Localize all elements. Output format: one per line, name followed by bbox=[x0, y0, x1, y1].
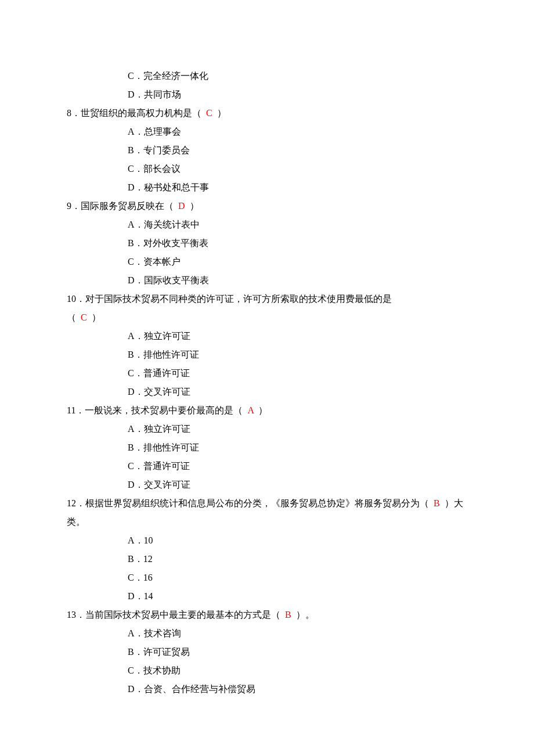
option-text: 交叉许可证 bbox=[144, 387, 190, 397]
option-line: C．16 bbox=[67, 568, 467, 587]
option-text: 交叉许可证 bbox=[144, 480, 190, 489]
option-text: 普通许可证 bbox=[143, 461, 190, 471]
option-label: B． bbox=[128, 238, 143, 248]
option-line: A．独立许可证 bbox=[67, 327, 467, 345]
close-paren: ） bbox=[440, 498, 454, 508]
option-line: B．12 bbox=[67, 550, 467, 568]
option-label: D． bbox=[128, 89, 144, 99]
option-line: D．秘书处和总干事 bbox=[67, 178, 467, 197]
question-number: 12． bbox=[67, 498, 85, 508]
option-line: B．专门委员会 bbox=[67, 141, 467, 160]
option-line: A．10 bbox=[67, 531, 467, 550]
option-label: C． bbox=[128, 665, 143, 675]
answer: A bbox=[247, 405, 254, 415]
question-number: 13． bbox=[67, 610, 85, 620]
question-stem: 对于国际技术贸易不同种类的许可证，许可方所索取的技术使用费最低的是 bbox=[85, 294, 392, 304]
option-line: C．普通许可证 bbox=[67, 364, 467, 383]
open-paren: （ bbox=[233, 405, 247, 415]
option-line: C．部长会议 bbox=[67, 160, 467, 178]
option-label: C． bbox=[128, 257, 143, 267]
question-stem-post: 。 bbox=[305, 610, 315, 620]
option-text: 14 bbox=[144, 591, 153, 601]
option-text: 排他性许可证 bbox=[143, 350, 199, 359]
option-line: C．技术协助 bbox=[67, 661, 467, 680]
option-text: 12 bbox=[143, 554, 153, 564]
option-label: A． bbox=[128, 331, 144, 341]
close-paren: ） bbox=[254, 405, 268, 415]
option-text: 许可证贸易 bbox=[143, 647, 190, 657]
option-line: C．资本帐户 bbox=[67, 253, 467, 271]
option-text: 排他性许可证 bbox=[143, 442, 199, 452]
option-label: D． bbox=[128, 387, 144, 397]
option-text: 16 bbox=[143, 573, 153, 582]
question-number: 10． bbox=[67, 294, 85, 304]
question-number: 11． bbox=[67, 405, 85, 415]
close-paren: ） bbox=[291, 610, 305, 620]
option-text: 专门委员会 bbox=[143, 145, 190, 155]
option-line: A．海关统计表中 bbox=[67, 215, 467, 234]
option-text: 对外收支平衡表 bbox=[143, 238, 208, 248]
question-stem: 国际服务贸易反映在 bbox=[81, 201, 164, 211]
option-text: 完全经济一体化 bbox=[143, 71, 208, 81]
question-11: 11．一般说来，技术贸易中要价最高的是（ A ） bbox=[67, 401, 467, 420]
option-label: B． bbox=[128, 647, 143, 657]
open-paren: （ bbox=[164, 201, 178, 211]
option-label: C． bbox=[128, 461, 143, 471]
answer: C bbox=[206, 108, 212, 118]
question-number: 9． bbox=[67, 201, 81, 211]
answer: D bbox=[178, 201, 185, 211]
question-stem: 世贸组织的最高权力机构是 bbox=[81, 108, 192, 118]
option-label: A． bbox=[128, 628, 144, 638]
close-paren: ） bbox=[212, 108, 226, 118]
option-text: 合资、合作经营与补偿贸易 bbox=[144, 684, 255, 694]
answer: B bbox=[434, 498, 440, 508]
open-paren: （ bbox=[271, 610, 285, 620]
option-text: 独立许可证 bbox=[144, 424, 190, 434]
option-line: D．国际收支平衡表 bbox=[67, 271, 467, 290]
option-line: A．独立许可证 bbox=[67, 420, 467, 438]
question-stem: 一般说来，技术贸易中要价最高的是 bbox=[85, 405, 233, 415]
option-text: 部长会议 bbox=[143, 164, 181, 174]
option-line: D．交叉许可证 bbox=[67, 476, 467, 494]
option-text: 技术协助 bbox=[143, 665, 181, 675]
option-text: 共同市场 bbox=[144, 89, 181, 99]
option-label: C． bbox=[128, 573, 143, 582]
option-text: 海关统计表中 bbox=[144, 219, 200, 229]
option-label: B． bbox=[128, 554, 143, 564]
option-label: A． bbox=[128, 127, 144, 136]
option-line: B．排他性许可证 bbox=[67, 438, 467, 457]
option-label: A． bbox=[128, 424, 144, 434]
option-label: B． bbox=[128, 145, 143, 155]
option-line: D．共同市场 bbox=[67, 85, 467, 104]
option-text: 10 bbox=[144, 535, 153, 545]
option-text: 普通许可证 bbox=[143, 368, 190, 378]
option-line: B．许可证贸易 bbox=[67, 643, 467, 661]
option-line: C．完全经济一体化 bbox=[67, 67, 467, 85]
option-line: D．交叉许可证 bbox=[67, 383, 467, 401]
open-paren: （ bbox=[420, 498, 434, 508]
option-label: B． bbox=[128, 350, 143, 359]
option-line: A．总理事会 bbox=[67, 123, 467, 141]
option-line: D．14 bbox=[67, 587, 467, 606]
option-label: C． bbox=[128, 71, 143, 81]
answer: B bbox=[285, 610, 291, 620]
question-12: 12．根据世界贸易组织统计和信息局公布的分类，《服务贸易总协定》将服务贸易分为（… bbox=[67, 494, 467, 531]
option-label: D． bbox=[128, 591, 144, 601]
option-text: 国际收支平衡表 bbox=[144, 275, 209, 285]
option-line: A．技术咨询 bbox=[67, 624, 467, 643]
option-label: D． bbox=[128, 182, 144, 192]
option-label: A． bbox=[128, 219, 144, 229]
option-text: 总理事会 bbox=[144, 127, 181, 136]
option-label: A． bbox=[128, 535, 144, 545]
option-text: 资本帐户 bbox=[143, 257, 181, 267]
question-10: 10．对于国际技术贸易不同种类的许可证，许可方所索取的技术使用费最低的是 bbox=[67, 290, 467, 308]
question-9: 9．国际服务贸易反映在（ D ） bbox=[67, 197, 467, 215]
option-line: C．普通许可证 bbox=[67, 457, 467, 476]
question-stem: 根据世界贸易组织统计和信息局公布的分类，《服务贸易总协定》将服务贸易分为 bbox=[85, 498, 420, 508]
option-line: B．排他性许可证 bbox=[67, 345, 467, 364]
question-stem: 当前国际技术贸易中最主要的最基本的方式是 bbox=[85, 610, 271, 620]
open-paren: （ bbox=[192, 108, 206, 118]
answer: C bbox=[81, 312, 87, 322]
close-paren: ） bbox=[185, 201, 199, 211]
open-paren: （ bbox=[67, 312, 81, 322]
